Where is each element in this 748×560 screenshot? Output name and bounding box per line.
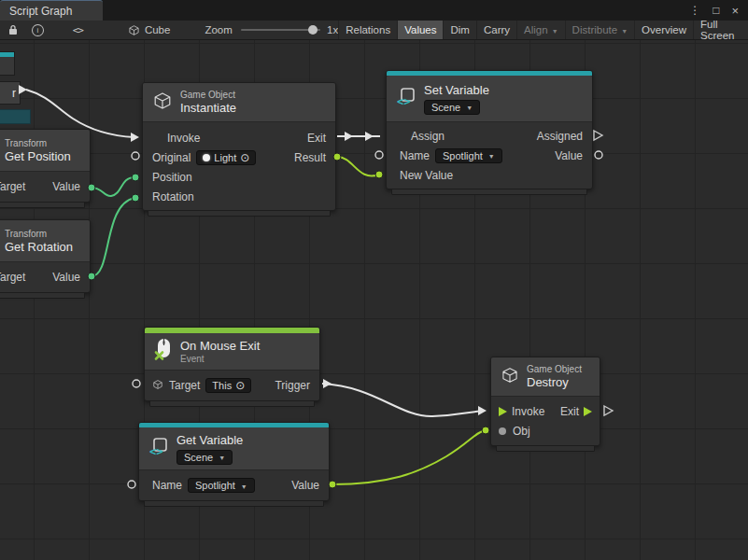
wire-data[interactable] — [92, 198, 134, 276]
data-port-dot-icon[interactable] — [132, 174, 139, 181]
tab-title: Script Graph — [9, 5, 72, 18]
unconnected-port-triangle-icon[interactable] — [594, 131, 602, 140]
variable-name-dropdown[interactable]: Spotlight ▼ — [188, 478, 255, 493]
control-port-arrow-icon[interactable] — [323, 379, 332, 388]
node-title: Set Variable — [424, 83, 489, 97]
data-port-dot-icon[interactable] — [132, 194, 139, 202]
data-port-dot-icon[interactable] — [482, 427, 489, 434]
toolbar-buttons: Relations Values Dim Carry Align▼ Distri… — [338, 21, 748, 39]
control-port-arrow-icon[interactable] — [584, 407, 592, 416]
port-result[interactable]: Result — [294, 151, 326, 164]
control-port-arrow-icon[interactable] — [131, 133, 139, 142]
object-picker-icon[interactable]: ⊙ — [240, 153, 249, 162]
clipped-node-fragment[interactable] — [0, 109, 31, 124]
unconnected-port-circle-icon[interactable] — [128, 481, 135, 488]
node-category: Transform — [5, 138, 71, 148]
node-title: Get Rotation — [5, 240, 73, 254]
node-title: Get Variable — [176, 433, 243, 447]
port-invoke[interactable]: Invoke — [512, 405, 544, 418]
node-set-variable[interactable]: <> Set Variable Scene ▼ Assign Assigned — [386, 70, 593, 189]
port-assigned[interactable]: Assigned — [537, 130, 583, 143]
dim-button[interactable]: Dim — [443, 21, 475, 39]
port-name[interactable]: Name — [400, 149, 430, 162]
port-assign[interactable]: Assign — [411, 130, 445, 143]
node-category: Game Object — [527, 364, 582, 374]
port-name[interactable]: Name — [152, 479, 182, 492]
context-object-label[interactable]: Cube — [145, 24, 171, 35]
clipped-node-fragment[interactable]: r — [0, 81, 21, 105]
port-value[interactable]: Value — [555, 149, 583, 162]
port-exit[interactable]: Exit — [307, 132, 326, 145]
port-trigger[interactable]: Trigger — [275, 379, 310, 392]
port-position[interactable]: Position — [152, 171, 192, 184]
port-rotation[interactable]: Rotation — [152, 190, 194, 203]
data-port-dot-icon[interactable] — [329, 481, 336, 488]
node-get-variable[interactable]: <> Get Variable Scene ▼ Name Spotlight — [138, 422, 330, 501]
node-destroy[interactable]: Game Object Destroy Invoke Exit — [490, 357, 600, 446]
port-exit[interactable]: Exit — [560, 405, 579, 418]
node-instantiate[interactable]: Game Object Instantiate Invoke Exit Orig… — [142, 82, 336, 211]
port-new-value[interactable]: New Value — [400, 169, 453, 182]
control-port-arrow-icon[interactable] — [345, 132, 353, 141]
original-object-field[interactable]: Light ⊙ — [196, 150, 256, 165]
unconnected-port-circle-icon[interactable] — [595, 151, 602, 159]
wire-data[interactable] — [92, 177, 134, 196]
target-object-field[interactable]: This ⊙ — [205, 378, 251, 393]
variable-scope-dropdown[interactable]: Scene ▼ — [424, 100, 480, 115]
port-obj[interactable]: Obj — [513, 425, 530, 438]
chevron-down-icon: ▼ — [219, 455, 225, 461]
port-value[interactable]: Value — [52, 271, 80, 284]
zoom-label: Zoom — [205, 24, 232, 35]
control-port-arrow-icon[interactable] — [499, 407, 507, 416]
graph-canvas[interactable]: r Transform Get Position Target Value — [0, 40, 748, 560]
data-port-dot-icon[interactable] — [499, 427, 506, 435]
object-picker-icon[interactable]: ⊙ — [235, 381, 245, 390]
window-close-icon[interactable]: × — [731, 4, 739, 18]
unconnected-port-circle-icon[interactable] — [375, 151, 383, 159]
port-invoke[interactable]: Invoke — [167, 132, 200, 145]
port-value[interactable]: Value — [52, 180, 80, 193]
window-menu-icon[interactable]: ⋮ — [689, 4, 700, 17]
variable-name-dropdown[interactable]: Spotlight ▼ — [435, 148, 502, 163]
data-port-dot-icon[interactable] — [375, 171, 383, 178]
lock-icon[interactable] — [7, 24, 19, 35]
fullscreen-button[interactable]: Full Screen — [693, 21, 748, 39]
values-button[interactable]: Values — [397, 21, 443, 39]
tab-script-graph[interactable]: Script Graph — [0, 0, 103, 21]
window-maximize-icon[interactable]: □ — [713, 4, 719, 17]
unconnected-port-circle-icon[interactable] — [133, 380, 140, 387]
overview-button[interactable]: Overview — [634, 21, 693, 39]
port-value[interactable]: Value — [291, 479, 319, 492]
port-original[interactable]: Original — [152, 151, 191, 164]
chevron-down-icon: ▼ — [488, 153, 495, 160]
variable-scope-dropdown[interactable]: Scene ▼ — [176, 450, 233, 465]
info-icon[interactable]: i — [32, 24, 44, 36]
node-on-mouse-exit[interactable]: On Mouse Exit Event Target This ⊙ — [144, 327, 320, 401]
node-get-rotation[interactable]: Transform Get Rotation Target Value — [0, 219, 91, 293]
port-target[interactable]: Target — [169, 379, 200, 392]
port-target[interactable]: Target — [0, 271, 25, 284]
code-icon[interactable]: <> — [73, 24, 83, 36]
relations-button[interactable]: Relations — [338, 21, 397, 39]
node-footer — [148, 211, 331, 217]
node-footer — [149, 401, 315, 407]
wire-data[interactable] — [332, 430, 486, 484]
port-target[interactable]: Target — [0, 180, 25, 193]
node-title: Destroy — [527, 375, 582, 389]
control-port-arrow-icon[interactable] — [478, 406, 487, 415]
unconnected-port-circle-icon[interactable] — [132, 152, 139, 160]
align-dropdown[interactable]: Align▼ — [516, 21, 565, 39]
control-port-arrow-icon[interactable] — [365, 132, 374, 141]
zoom-slider-handle[interactable] — [308, 25, 318, 35]
wire-data[interactable] — [337, 157, 379, 175]
clipped-node-fragment[interactable] — [0, 51, 15, 76]
node-footer — [496, 446, 595, 452]
carry-button[interactable]: Carry — [476, 21, 516, 39]
zoom-slider[interactable] — [241, 29, 320, 31]
unconnected-port-triangle-icon[interactable] — [604, 406, 613, 415]
svg-text:<>: <> — [397, 95, 410, 107]
mouse-icon — [154, 338, 173, 365]
node-get-position[interactable]: Transform Get Position Target Value — [0, 129, 91, 203]
distribute-dropdown[interactable]: Distribute▼ — [565, 21, 635, 39]
wire-control[interactable] — [322, 384, 483, 416]
